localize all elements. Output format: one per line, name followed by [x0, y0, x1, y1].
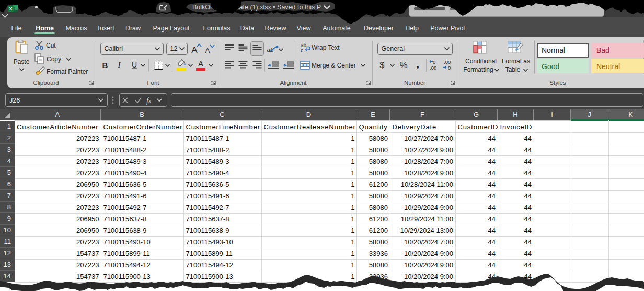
- svg-text:0: 0: [433, 59, 435, 65]
- svg-text:0: 0: [448, 65, 451, 71]
- svg-text:c: c: [301, 48, 303, 53]
- svg-text:.00: .00: [444, 59, 451, 65]
- svg-text:.00: .00: [430, 65, 436, 71]
